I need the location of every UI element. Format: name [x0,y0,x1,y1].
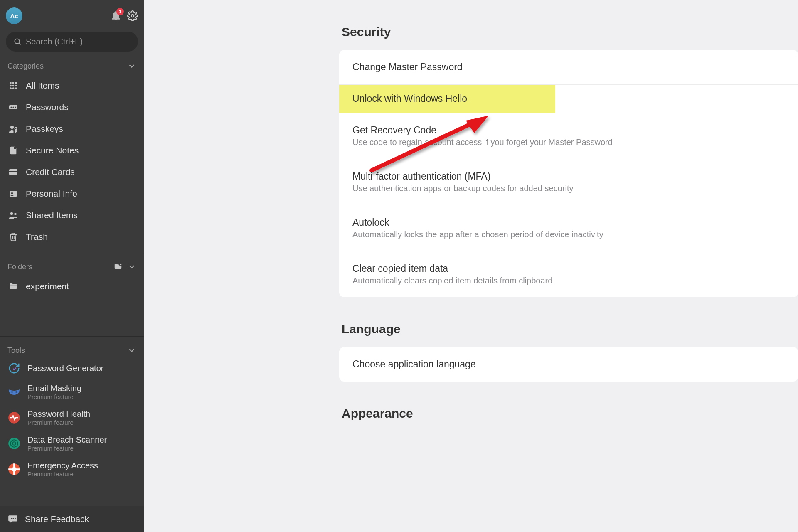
row-autolock[interactable]: Autolock Automatically locks the app aft… [339,205,798,251]
row-title: Choose application language [352,359,785,370]
id-icon [7,188,19,200]
shared-icon [7,209,19,221]
tool-data-breach[interactable]: Data Breach Scanner Premium feature [0,431,144,456]
sidebar-item-shared-items[interactable]: Shared Items [0,204,144,226]
chevron-down-icon [127,62,136,71]
row-title: Autolock [352,217,785,228]
svg-point-16 [15,128,17,130]
note-icon [7,145,19,156]
tool-sublabel: Premium feature [27,419,90,426]
folder-item[interactable]: experiment [0,276,144,297]
svg-point-10 [15,87,17,89]
tool-password-health[interactable]: Password Health Premium feature [0,405,144,431]
tool-password-generator[interactable]: Password Generator [0,357,144,379]
svg-point-20 [11,192,13,194]
grid-icon [7,80,19,91]
section-title-language: Language [342,322,798,336]
svg-point-24 [11,391,13,393]
row-title: Multi-factor authentication (MFA) [352,171,785,182]
categories-header[interactable]: Categories [0,56,144,73]
row-windows-hello[interactable]: Unlock with Windows Hello [339,85,798,113]
row-desc: Automatically clears copied item details… [352,276,785,286]
svg-point-3 [12,82,15,84]
tool-sublabel: Premium feature [27,445,107,452]
tool-label: Data Breach Scanner [27,435,107,445]
row-title: Change Master Password [352,62,785,73]
svg-point-33 [13,518,14,519]
tool-emergency-access[interactable]: Emergency Access Premium feature [0,456,144,482]
folders-nav: experiment [0,274,144,299]
tool-label: Emergency Access [27,461,98,470]
svg-point-14 [15,106,16,108]
sidebar-item-passkeys[interactable]: Passkeys [0,118,144,140]
svg-point-25 [15,391,17,393]
sidebar-item-personal-info[interactable]: Personal Info [0,183,144,204]
row-desc: Automatically locks the app after a chos… [352,230,785,239]
row-desc: Use code to regain account access if you… [352,138,785,147]
section-label: Categories [7,62,44,71]
section-title-appearance: Appearance [342,406,798,421]
feedback-label: Share Feedback [25,514,89,524]
tool-label: Email Masking [27,383,81,393]
sidebar-item-label: Passkeys [26,124,63,134]
password-icon [7,101,19,113]
svg-point-2 [10,82,12,84]
row-mfa[interactable]: Multi-factor authentication (MFA) Use au… [339,159,798,205]
share-feedback-button[interactable]: Share Feedback [0,506,144,532]
svg-rect-18 [9,171,17,172]
folders-header[interactable]: Folders [0,256,144,274]
feedback-icon [7,514,18,525]
svg-point-6 [12,85,15,87]
search-icon [13,37,22,46]
folder-label: experiment [26,281,69,291]
folder-icon [7,281,19,292]
lifebuoy-icon [7,463,21,476]
search-input[interactable] [6,32,138,52]
sidebar-item-label: Trash [26,232,48,242]
tool-label: Password Generator [27,363,103,373]
tool-sublabel: Premium feature [27,470,98,478]
svg-point-1 [15,39,20,44]
sidebar-item-label: Personal Info [26,189,77,199]
row-clear-copied[interactable]: Clear copied item data Automatically cle… [339,251,798,297]
svg-point-32 [11,518,12,519]
row-choose-language[interactable]: Choose application language [339,347,798,382]
row-desc: Use authentication apps or backup codes … [352,184,785,193]
avatar[interactable]: Ac [6,7,22,24]
section-title-security: Security [342,25,798,39]
passkey-icon [7,123,19,135]
main-content: Security Change Master Password Unlock w… [144,0,798,532]
trash-icon [7,231,19,243]
generator-icon [7,362,21,375]
sidebar-item-label: Credit Cards [26,167,75,177]
sidebar-item-all-items[interactable]: All Items [0,75,144,96]
credit-card-icon [7,166,19,178]
chevron-down-icon [127,346,136,355]
tool-label: Password Health [27,409,90,419]
sidebar-item-trash[interactable]: Trash [0,226,144,248]
health-icon [7,411,21,424]
language-card: Choose application language [339,347,798,382]
svg-point-12 [10,106,12,108]
svg-point-4 [15,82,17,84]
row-title: Clear copied item data [352,263,785,274]
sidebar-item-secure-notes[interactable]: Secure Notes [0,140,144,161]
settings-icon[interactable] [127,10,138,21]
categories-nav: All Items Passwords Passkeys Secure Note… [0,73,144,249]
section-label: Tools [7,346,25,355]
search-field[interactable] [26,37,131,47]
sidebar-item-credit-cards[interactable]: Credit Cards [0,161,144,183]
sidebar: Ac 1 Categories [0,0,144,532]
tool-email-masking[interactable]: Email Masking Premium feature [0,379,144,405]
security-card: Change Master Password Unlock with Windo… [339,50,798,297]
svg-point-7 [15,85,17,87]
svg-point-8 [10,87,12,89]
row-change-master-password[interactable]: Change Master Password [339,50,798,85]
add-folder-icon[interactable] [113,262,123,271]
tools-header[interactable]: Tools [0,340,144,357]
sidebar-item-passwords[interactable]: Passwords [0,96,144,118]
sidebar-item-label: All Items [26,81,59,91]
svg-point-13 [12,106,14,108]
row-recovery-code[interactable]: Get Recovery Code Use code to regain acc… [339,113,798,159]
notifications-icon[interactable]: 1 [111,10,121,21]
